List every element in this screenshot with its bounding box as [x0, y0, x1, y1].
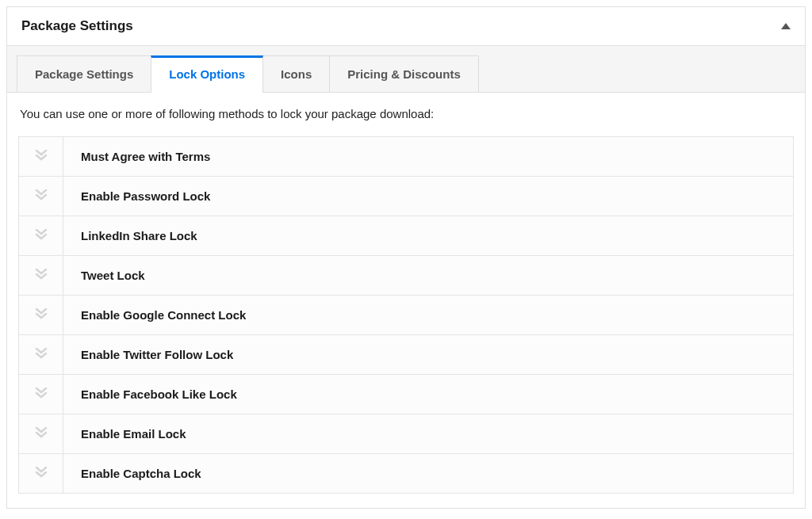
lock-row-linkedin[interactable]: LinkedIn Share Lock — [19, 216, 793, 256]
lock-label: Enable Password Lock — [63, 177, 793, 216]
lock-label: LinkedIn Share Lock — [63, 216, 793, 255]
tab-pricing-discounts[interactable]: Pricing & Discounts — [329, 55, 479, 92]
lock-label: Enable Captcha Lock — [63, 454, 793, 493]
lock-row-facebook-like[interactable]: Enable Facebook Like Lock — [19, 375, 793, 414]
lock-label: Must Agree with Terms — [63, 137, 793, 176]
panel-title: Package Settings — [21, 18, 133, 34]
chevron-double-down-icon — [35, 348, 48, 362]
tab-package-settings[interactable]: Package Settings — [17, 55, 151, 92]
lock-label: Enable Facebook Like Lock — [63, 375, 793, 414]
lock-row-password[interactable]: Enable Password Lock — [19, 177, 793, 216]
chevron-double-down-icon — [35, 467, 48, 481]
chevron-double-down-icon — [35, 308, 48, 322]
chevron-double-down-icon — [35, 189, 48, 204]
lock-options-list: Must Agree with Terms Enable Password Lo… — [18, 136, 794, 494]
lock-row-agree-terms[interactable]: Must Agree with Terms — [19, 137, 793, 177]
lock-label: Tweet Lock — [63, 256, 793, 295]
lock-row-twitter-follow[interactable]: Enable Twitter Follow Lock — [19, 335, 793, 375]
tabs-strip: Package Settings Lock Options Icons Pric… — [7, 46, 805, 93]
expand-handle[interactable] — [19, 296, 63, 334]
lock-row-google-connect[interactable]: Enable Google Connect Lock — [19, 296, 793, 335]
chevron-double-down-icon — [35, 150, 48, 164]
lock-row-email[interactable]: Enable Email Lock — [19, 414, 793, 454]
expand-handle[interactable] — [19, 454, 63, 493]
chevron-double-down-icon — [35, 427, 48, 441]
intro-text: You can use one or more of following met… — [18, 107, 794, 120]
expand-handle[interactable] — [19, 335, 63, 374]
lock-label: Enable Email Lock — [63, 414, 793, 453]
tab-icons[interactable]: Icons — [262, 55, 330, 92]
panel-header[interactable]: Package Settings — [7, 7, 805, 45]
collapse-up-icon[interactable] — [781, 23, 791, 29]
lock-label: Enable Twitter Follow Lock — [63, 335, 793, 374]
chevron-double-down-icon — [35, 387, 48, 402]
lock-label: Enable Google Connect Lock — [63, 296, 793, 334]
expand-handle[interactable] — [19, 375, 63, 414]
expand-handle[interactable] — [19, 216, 63, 255]
expand-handle[interactable] — [19, 177, 63, 216]
chevron-double-down-icon — [35, 269, 48, 283]
expand-handle[interactable] — [19, 256, 63, 295]
chevron-double-down-icon — [35, 229, 48, 243]
tab-lock-options[interactable]: Lock Options — [151, 55, 263, 93]
package-settings-panel: Package Settings Package Settings Lock O… — [6, 6, 806, 509]
panel-body: Package Settings Lock Options Icons Pric… — [7, 45, 805, 508]
lock-row-tweet[interactable]: Tweet Lock — [19, 256, 793, 296]
lock-row-captcha[interactable]: Enable Captcha Lock — [19, 454, 793, 493]
expand-handle[interactable] — [19, 137, 63, 176]
tab-content: You can use one or more of following met… — [7, 93, 805, 508]
expand-handle[interactable] — [19, 414, 63, 453]
